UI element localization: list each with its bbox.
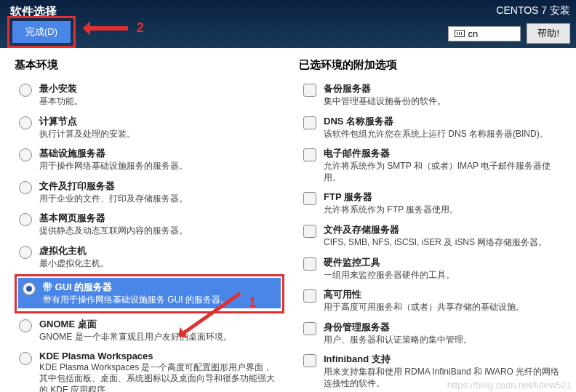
addon-option[interactable]: Infiniband 支持 用来支持集群和使用 RDMA InfiniBand … bbox=[299, 350, 569, 392]
arrow-annotation-2 bbox=[84, 26, 128, 31]
addon-option[interactable]: 高可用性 用于高度可用服务和（或者）共享存储的基础设施。 bbox=[299, 285, 569, 316]
env-label: 计算节点 bbox=[39, 115, 280, 128]
addon-label: 备份服务器 bbox=[324, 82, 564, 95]
install-title: CENTOS 7 安装 bbox=[496, 4, 570, 17]
addon-text: 高可用性 用于高度可用服务和（或者）共享存储的基础设施。 bbox=[324, 288, 564, 313]
env-label: 虚拟化主机 bbox=[39, 244, 280, 257]
addon-label: 身份管理服务器 bbox=[324, 321, 564, 334]
radio-icon bbox=[23, 282, 36, 295]
base-env-heading: 基本环境 bbox=[15, 58, 284, 72]
addon-text: Infiniband 支持 用来支持集群和使用 RDMA InfiniBand … bbox=[324, 353, 564, 389]
addon-label: 高可用性 bbox=[324, 288, 564, 301]
addon-label: 电子邮件服务器 bbox=[324, 147, 564, 160]
checkbox-icon bbox=[303, 257, 316, 271]
env-text: 基本网页服务器 提供静态及动态互联网内容的服务器。 bbox=[39, 212, 280, 237]
env-option[interactable]: 计算节点 执行计算及处理的安装。 bbox=[15, 112, 284, 143]
env-option[interactable]: 基础设施服务器 用于操作网络基础设施服务的服务器。 bbox=[15, 144, 284, 175]
addon-label: Infiniband 支持 bbox=[324, 353, 564, 366]
addon-desc: 允许将系统作为 SMTP 和（或者）IMAP 电子邮件服务器使用。 bbox=[324, 161, 564, 183]
env-text: 基础设施服务器 用于操作网络基础设施服务的服务器。 bbox=[39, 147, 280, 172]
env-desc: GNOME 是一个非常直观且用户友好的桌面环境。 bbox=[39, 332, 280, 343]
env-desc: 提供静态及动态互联网内容的服务器。 bbox=[39, 225, 280, 237]
addon-desc: 用户、服务器和认证策略的集中管理。 bbox=[324, 335, 564, 346]
addon-text: 身份管理服务器 用户、服务器和认证策略的集中管理。 bbox=[324, 321, 564, 346]
env-label: GNOME 桌面 bbox=[39, 318, 280, 331]
addon-option[interactable]: 身份管理服务器 用户、服务器和认证策略的集中管理。 bbox=[299, 318, 569, 349]
env-desc: 用于操作网络基础设施服务的服务器。 bbox=[39, 161, 280, 172]
env-option[interactable]: 虚拟化主机 最小虚拟化主机。 bbox=[15, 241, 284, 273]
env-desc: 用于企业的文件、打印及存储服务器。 bbox=[39, 193, 280, 205]
env-label: 最小安装 bbox=[39, 82, 280, 95]
addons-heading: 已选环境的附加选项 bbox=[299, 58, 569, 72]
addon-option[interactable]: 备份服务器 集中管理基础设施备份的软件。 bbox=[299, 79, 569, 111]
header-bar: 软件选择 完成(D) 2 CENTOS 7 安装 cn 帮助! bbox=[0, 0, 576, 48]
env-text: 最小安装 基本功能。 bbox=[39, 82, 280, 108]
env-option[interactable]: 最小安装 基本功能。 bbox=[15, 79, 284, 111]
keyboard-layout-label: cn bbox=[468, 28, 478, 39]
content-area: 基本环境 最小安装 基本功能。 计算节点 执行计算及处理的安装。 基础设施服务器… bbox=[0, 48, 576, 392]
env-desc: 最小虚拟化主机。 bbox=[39, 258, 280, 270]
radio-icon bbox=[19, 352, 32, 365]
addon-label: 硬件监控工具 bbox=[324, 256, 564, 269]
addon-text: DNS 名称服务器 该软件包组允许您在系统上运行 DNS 名称服务器(BIND)… bbox=[324, 115, 564, 140]
env-label: KDE Plasma Workspaces bbox=[39, 351, 280, 361]
env-option[interactable]: 带 GUI 的服务器 带有用于操作网络基础设施服务 GUI 的服务器。 bbox=[18, 278, 281, 309]
addon-text: 备份服务器 集中管理基础设施备份的软件。 bbox=[324, 82, 564, 108]
env-label: 基础设施服务器 bbox=[39, 147, 280, 160]
checkbox-icon bbox=[303, 225, 316, 238]
addon-option[interactable]: DNS 名称服务器 该软件包组允许您在系统上运行 DNS 名称服务器(BIND)… bbox=[299, 112, 569, 143]
env-desc: 带有用于操作网络基础设施服务 GUI 的服务器。 bbox=[43, 295, 276, 306]
env-label: 基本网页服务器 bbox=[39, 212, 280, 225]
env-text: 计算节点 执行计算及处理的安装。 bbox=[39, 115, 280, 140]
addons-column: 已选环境的附加选项 备份服务器 集中管理基础设施备份的软件。 DNS 名称服务器… bbox=[292, 48, 576, 392]
addon-option[interactable]: 文件及存储服务器 CIFS, SMB, NFS, iSCSI, iSER 及 i… bbox=[299, 220, 569, 252]
env-text: GNOME 桌面 GNOME 是一个非常直观且用户友好的桌面环境。 bbox=[39, 318, 280, 343]
addon-text: 电子邮件服务器 允许将系统作为 SMTP 和（或者）IMAP 电子邮件服务器使用… bbox=[324, 147, 564, 183]
radio-icon bbox=[19, 319, 32, 332]
radio-icon bbox=[19, 148, 32, 161]
addon-label: DNS 名称服务器 bbox=[324, 115, 564, 128]
radio-icon bbox=[19, 246, 32, 259]
env-text: KDE Plasma Workspaces KDE Plasma Workspa… bbox=[39, 351, 280, 392]
env-option[interactable]: GNOME 桌面 GNOME 是一个非常直观且用户友好的桌面环境。 bbox=[15, 315, 284, 346]
checkbox-icon bbox=[303, 192, 316, 205]
base-env-list: 最小安装 基本功能。 计算节点 执行计算及处理的安装。 基础设施服务器 用于操作… bbox=[15, 79, 284, 392]
env-label: 带 GUI 的服务器 bbox=[43, 281, 276, 294]
base-environment-column: 基本环境 最小安装 基本功能。 计算节点 执行计算及处理的安装。 基础设施服务器… bbox=[0, 48, 292, 392]
radio-icon bbox=[19, 181, 32, 194]
addon-desc: 该软件包组允许您在系统上运行 DNS 名称服务器(BIND)。 bbox=[324, 129, 564, 140]
addon-desc: 集中管理基础设施备份的软件。 bbox=[324, 96, 564, 108]
addon-label: FTP 服务器 bbox=[324, 191, 564, 204]
env-text: 虚拟化主机 最小虚拟化主机。 bbox=[39, 244, 280, 270]
env-label: 文件及打印服务器 bbox=[39, 180, 280, 193]
checkbox-icon bbox=[303, 84, 316, 97]
annotation-label-2: 2 bbox=[137, 20, 144, 36]
checkbox-icon bbox=[303, 148, 316, 161]
addon-text: FTP 服务器 允许将系统作为 FTP 服务器使用。 bbox=[324, 191, 564, 216]
addon-option[interactable]: FTP 服务器 允许将系统作为 FTP 服务器使用。 bbox=[299, 188, 569, 219]
addon-desc: 用来支持集群和使用 RDMA InfiniBand 和 iWARO 光纤的网络连… bbox=[324, 367, 564, 389]
keyboard-layout-selector[interactable]: cn bbox=[448, 26, 521, 41]
addon-desc: CIFS, SMB, NFS, iSCSI, iSER 及 iSNS 网络存储服… bbox=[324, 237, 564, 249]
env-option[interactable]: KDE Plasma Workspaces KDE Plasma Workspa… bbox=[15, 348, 284, 392]
addon-desc: 允许将系统作为 FTP 服务器使用。 bbox=[324, 204, 564, 216]
env-desc: 基本功能。 bbox=[39, 96, 280, 108]
addon-label: 文件及存储服务器 bbox=[324, 223, 564, 236]
addon-option[interactable]: 硬件监控工具 一组用来监控服务器硬件的工具。 bbox=[299, 253, 569, 284]
env-option[interactable]: 基本网页服务器 提供静态及动态互联网内容的服务器。 bbox=[15, 209, 284, 240]
help-button[interactable]: 帮助! bbox=[527, 23, 570, 44]
env-option[interactable]: 文件及打印服务器 用于企业的文件、打印及存储服务器。 bbox=[15, 177, 284, 208]
checkbox-icon bbox=[303, 322, 316, 335]
done-highlight: 完成(D) bbox=[7, 16, 76, 48]
checkbox-icon bbox=[303, 116, 316, 129]
addon-text: 硬件监控工具 一组用来监控服务器硬件的工具。 bbox=[324, 256, 564, 281]
checkbox-icon bbox=[303, 354, 316, 367]
env-desc: 执行计算及处理的安装。 bbox=[39, 129, 280, 140]
header-right: CENTOS 7 安装 cn 帮助! bbox=[448, 4, 570, 44]
keyboard-icon bbox=[455, 30, 465, 37]
addon-option[interactable]: 电子邮件服务器 允许将系统作为 SMTP 和（或者）IMAP 电子邮件服务器使用… bbox=[299, 144, 569, 186]
done-button[interactable]: 完成(D) bbox=[12, 21, 71, 43]
env-text: 文件及打印服务器 用于企业的文件、打印及存储服务器。 bbox=[39, 180, 280, 205]
env-desc: KDE Plasma Workspaces 是一个高度可配置图形用户界面，其中包… bbox=[39, 362, 280, 392]
addon-text: 文件及存储服务器 CIFS, SMB, NFS, iSCSI, iSER 及 i… bbox=[324, 223, 564, 249]
